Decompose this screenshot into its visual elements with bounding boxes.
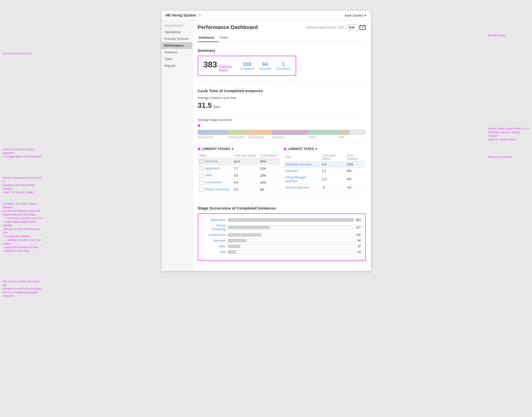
- stage-seg-hire[interactable]: [339, 130, 349, 135]
- annotation-default: By default, the longest stage is selecte…: [3, 202, 43, 253]
- stages-header-row: Stage Cycle time (days) % of instance: [198, 153, 280, 158]
- stage-dot-indicator: [198, 124, 366, 128]
- occ-value: 56: [357, 239, 361, 242]
- task-cell-name[interactable]: Hiring Manager Approval: [284, 174, 321, 184]
- tab-tasks[interactable]: Tasks: [218, 33, 232, 42]
- occ-stage-label[interactable]: Assessment: [202, 233, 226, 237]
- stage-name-link[interactable]: Interview: [205, 160, 218, 163]
- stage-seg-offer[interactable]: [308, 130, 339, 135]
- stages-row[interactable]: Phone Screening 2.5 8%: [198, 186, 280, 193]
- stage-seg-assessment[interactable]: [248, 130, 272, 135]
- page-title: Performance Dashboard: [198, 24, 258, 30]
- instances-closed-label[interactable]: Instances closed in Dec. 2015: [306, 26, 344, 29]
- occurrence-row: Hire 24: [202, 250, 361, 254]
- tasks-row[interactable]: Second Approval .6 1%: [284, 184, 366, 191]
- occurrence-row: Interview 56: [202, 239, 361, 242]
- stage-seg-phone[interactable]: [228, 130, 248, 135]
- completed-num: 318: [240, 62, 254, 67]
- stage-bar-area: APPLICATION PHONE SCREE... ASSESSMENT IN…: [198, 124, 366, 139]
- completed-label: Completed: [240, 67, 254, 70]
- sidebar-item-operational[interactable]: Operational: [161, 29, 192, 35]
- stages-row[interactable]: Offer 5.6 18%: [198, 172, 280, 179]
- tasks-row[interactable]: Hiring Manager Approval 1.9 6%: [284, 174, 366, 184]
- task-cell-name[interactable]: Schedule Interview: [284, 161, 321, 168]
- title-bar: HR Hiring System ☆ Kate Davies ▼: [161, 11, 371, 20]
- stages-row[interactable]: Interview 10.4 33%: [198, 158, 280, 165]
- stage-label-offer: OFFER: [308, 136, 339, 139]
- stage-seg-application[interactable]: [198, 130, 228, 135]
- stage-name-link[interactable]: Offer: [205, 174, 212, 177]
- task-cell-pct: 22%: [345, 161, 366, 168]
- tasks-row[interactable]: Schedule Interview 6.8 22%: [284, 161, 366, 168]
- stage-label-assessment: ASSESSMENT: [248, 136, 272, 139]
- stage-label-empty: [349, 136, 366, 139]
- stage-cell-name[interactable]: Assessment: [198, 179, 232, 186]
- stage-name-link[interactable]: Application: [205, 167, 220, 170]
- occ-stage-label[interactable]: Offer: [202, 245, 226, 248]
- stage-cell-pct: 8%: [258, 186, 280, 193]
- tasks-row[interactable]: Interview 2.1 6%: [284, 168, 366, 174]
- task-name-link[interactable]: Second Approval: [285, 186, 309, 189]
- task-cell-cycle: .6: [321, 184, 345, 191]
- outer-wrapper: Drill down to instance list Colors corre…: [0, 0, 532, 417]
- app-window: HR Hiring System ☆ Kate Davies ▼ DASHBOA…: [161, 10, 371, 271]
- stage-cell-name[interactable]: Offer: [198, 172, 232, 179]
- user-menu[interactable]: Kate Davies ▼: [345, 13, 367, 17]
- stage-cell-name[interactable]: Application: [198, 165, 232, 172]
- occ-stage-label[interactable]: Interview: [202, 239, 226, 242]
- stage-cell-name[interactable]: Interview: [198, 158, 232, 165]
- stage-name-link[interactable]: Assessment: [205, 181, 222, 184]
- longest-stages-label: LONGEST STAGES: [202, 147, 230, 151]
- stages-col-cycle: Cycle time (days): [232, 153, 258, 158]
- canceled-num: 64: [259, 62, 271, 67]
- edit-button[interactable]: Edit: [346, 25, 357, 30]
- tab-instances[interactable]: Instances: [198, 33, 218, 42]
- email-icon[interactable]: [359, 25, 366, 30]
- summary-total: 383: [203, 60, 217, 69]
- stage-seg-interview[interactable]: [272, 130, 309, 135]
- main-layout: DASHBOARDS Operational Process Turnover …: [161, 20, 371, 271]
- sidebar-item-tasks[interactable]: Tasks: [161, 56, 192, 62]
- occ-stage-label[interactable]: Hire: [202, 250, 226, 254]
- occurrence-row: Application 383: [202, 218, 361, 222]
- stages-row[interactable]: Application 7.2 22%: [198, 165, 280, 172]
- tasks-dot: [284, 148, 286, 150]
- occ-bar-outer[interactable]: [228, 226, 354, 229]
- stages-row[interactable]: Assessment 4.9 16%: [198, 179, 280, 186]
- occ-bar-outer[interactable]: [228, 250, 356, 254]
- occ-bar-wrapper: 37: [228, 245, 361, 248]
- divider-4: [198, 199, 366, 200]
- longest-tasks-dropdown[interactable]: LONGEST TASKS ▼: [288, 147, 318, 151]
- occ-bar-outer[interactable]: [228, 239, 356, 242]
- occ-stage-label[interactable]: Phone Screening: [202, 224, 226, 231]
- occ-bar-wrapper: 24: [228, 250, 361, 254]
- sidebar-item-instances[interactable]: Instances: [161, 49, 192, 56]
- task-name-link[interactable]: Interview: [285, 169, 298, 173]
- stages-dropdown-arrow: ▼: [231, 147, 234, 151]
- occ-bar-outer[interactable]: [228, 245, 356, 248]
- occ-value: 37: [357, 245, 361, 248]
- occ-bar-wrapper: 127: [228, 226, 361, 229]
- occ-value: 383: [356, 218, 361, 222]
- occ-stage-label[interactable]: Application: [202, 218, 226, 222]
- task-name-link[interactable]: Hiring Manager Approval: [285, 176, 307, 183]
- occ-bar-inner: [228, 226, 270, 229]
- user-name: Kate Davies: [345, 13, 363, 17]
- longest-tasks-table: Task Cycle time (days) % of instance Sch…: [284, 153, 366, 191]
- summary-instances-closed[interactable]: instances closed: [219, 64, 232, 72]
- task-name-link[interactable]: Schedule Interview: [285, 163, 311, 166]
- star-icon[interactable]: ☆: [198, 13, 202, 17]
- task-cell-name[interactable]: Interview: [284, 168, 321, 174]
- longest-stages-dropdown[interactable]: LONGEST STAGES ▼: [202, 147, 234, 151]
- occ-bar-outer[interactable]: [228, 218, 354, 222]
- stage-name-link[interactable]: Phone Screening: [205, 188, 229, 191]
- sidebar-item-reports[interactable]: Reports: [161, 62, 192, 69]
- content-area: Performance Dashboard Instances closed i…: [193, 20, 371, 271]
- task-cell-name[interactable]: Second Approval: [284, 184, 321, 191]
- occ-bar-outer[interactable]: [228, 233, 354, 237]
- tasks-dropdown-arrow: ▼: [315, 147, 318, 151]
- sidebar-item-process-turnover[interactable]: Process Turnover: [161, 35, 192, 42]
- stage-cell-name[interactable]: Phone Screening: [198, 186, 232, 193]
- sidebar-item-performance[interactable]: Performance: [161, 42, 192, 49]
- tasks-header-row: Task Cycle time (days) % of instance: [284, 153, 366, 161]
